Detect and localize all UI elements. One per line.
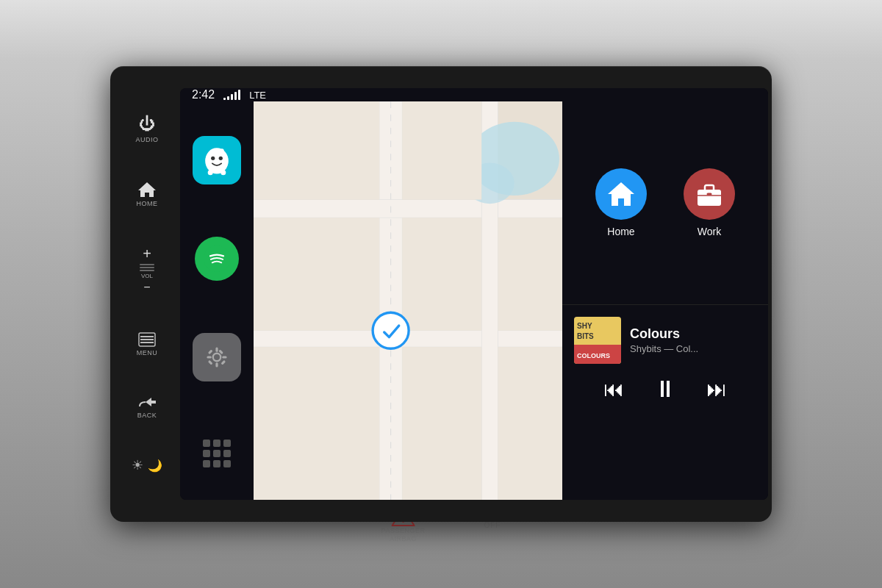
svg-point-11 xyxy=(208,171,213,176)
svg-text:BITS: BITS xyxy=(577,332,594,340)
track-subtitle: Shybits — Col... xyxy=(630,343,756,354)
svg-rect-20 xyxy=(208,350,213,355)
grid-dot xyxy=(223,460,231,467)
grid-dot xyxy=(203,450,210,457)
right-panel: Home xyxy=(562,101,768,500)
clock: 2:42 xyxy=(192,88,215,101)
svg-rect-26 xyxy=(254,200,562,218)
rewind-button[interactable]: ⏮ xyxy=(603,377,624,401)
network-type: LTE xyxy=(249,90,266,101)
svg-text:SHY: SHY xyxy=(577,322,592,330)
home-button[interactable]: HOME xyxy=(137,182,158,207)
svg-point-12 xyxy=(220,171,226,176)
home-destination[interactable]: Home xyxy=(595,168,647,237)
waze-app-icon[interactable] xyxy=(193,136,241,184)
waze-logo xyxy=(201,144,233,176)
svg-rect-18 xyxy=(207,356,211,359)
svg-text:COLOURS: COLOURS xyxy=(577,352,610,359)
album-art: SHY BITS COLOURS xyxy=(574,317,621,364)
svg-rect-42 xyxy=(698,190,721,206)
airbag-label: PASSENGERAIRBAG xyxy=(381,527,426,544)
pause-button[interactable]: ⏸ xyxy=(653,376,677,403)
audio-button[interactable]: ⏻ AUDIO xyxy=(135,115,158,143)
svg-rect-17 xyxy=(215,362,218,367)
svg-rect-33 xyxy=(254,218,379,331)
status-bar: 2:42 LTE xyxy=(180,88,768,101)
album-art-image: SHY BITS COLOURS xyxy=(574,317,621,364)
playback-controls: ⏮ ⏸ ⏭ xyxy=(574,376,756,403)
home-icon xyxy=(137,182,157,198)
work-nav-icon xyxy=(695,179,724,209)
track-title: Colours xyxy=(630,326,756,342)
svg-rect-31 xyxy=(254,101,379,200)
svg-rect-19 xyxy=(222,356,226,359)
grid-dot xyxy=(203,460,210,467)
svg-rect-34 xyxy=(402,218,481,331)
svg-marker-0 xyxy=(138,182,156,197)
fast-forward-button[interactable]: ⏭ xyxy=(706,377,727,401)
menu-icon xyxy=(138,332,156,347)
menu-button[interactable]: MENU xyxy=(137,332,158,356)
now-playing: SHY BITS COLOURS Colours Shybits — Col..… xyxy=(562,305,768,500)
svg-rect-35 xyxy=(254,347,379,500)
volume-down-button[interactable]: − xyxy=(143,281,150,294)
brightness-icon: ☀ xyxy=(132,457,143,473)
track-info: SHY BITS COLOURS Colours Shybits — Col..… xyxy=(574,317,756,364)
svg-marker-41 xyxy=(608,182,634,206)
map-svg xyxy=(254,101,562,500)
spotify-logo xyxy=(204,245,230,272)
volume-up-button[interactable]: + xyxy=(143,245,151,262)
back-button[interactable]: BACK xyxy=(137,395,157,419)
night-mode-icon: 🌙 xyxy=(148,459,162,473)
svg-rect-43 xyxy=(705,185,714,191)
vol-bar-1 xyxy=(140,264,154,265)
back-icon xyxy=(137,395,157,409)
grid-dot xyxy=(213,460,220,467)
vol-bar-3 xyxy=(140,270,154,271)
spotify-app-icon[interactable] xyxy=(195,237,239,281)
svg-point-7 xyxy=(211,157,215,160)
svg-rect-32 xyxy=(402,101,481,200)
vol-bar-2 xyxy=(140,267,154,268)
svg-rect-5 xyxy=(151,401,156,404)
svg-rect-16 xyxy=(215,348,218,352)
map-area[interactable] xyxy=(254,101,562,500)
settings-app-icon[interactable] xyxy=(193,333,241,381)
svg-rect-37 xyxy=(498,218,562,331)
svg-rect-2 xyxy=(140,336,154,337)
left-controls: ⏻ AUDIO HOME + VOL − xyxy=(114,88,180,500)
svg-rect-23 xyxy=(208,360,213,365)
track-details: Colours Shybits — Col... xyxy=(630,326,756,354)
svg-rect-36 xyxy=(402,347,481,500)
off-label: OFF xyxy=(484,521,501,529)
unit-bezel: ⏻ AUDIO HOME + VOL − xyxy=(110,66,772,522)
signal-bar-5 xyxy=(238,90,240,100)
app-grid[interactable] xyxy=(203,440,231,467)
signal-bar-3 xyxy=(231,94,233,100)
svg-rect-4 xyxy=(140,342,154,343)
grid-dot xyxy=(223,450,231,457)
carplay-screen: 2:42 LTE xyxy=(180,88,768,500)
volume-controls: + VOL − xyxy=(140,245,154,294)
settings-logo xyxy=(202,343,232,372)
grid-dot xyxy=(213,450,220,457)
app-column xyxy=(180,101,254,500)
svg-point-8 xyxy=(219,157,223,160)
signal-bar-4 xyxy=(234,92,237,100)
brightness-button[interactable]: ☀ 🌙 xyxy=(132,457,162,473)
svg-point-15 xyxy=(214,354,220,360)
signal-indicator xyxy=(223,90,240,100)
nav-shortcuts: Home xyxy=(562,101,768,305)
signal-bar-2 xyxy=(227,96,229,100)
vol-label: VOL xyxy=(141,273,153,279)
home-destination-icon xyxy=(595,168,647,220)
grid-dot xyxy=(203,440,210,447)
home-destination-label: Home xyxy=(607,226,634,237)
home-nav-icon xyxy=(606,179,636,209)
dashboard: ⏻ AUDIO HOME + VOL − xyxy=(0,0,882,588)
svg-point-40 xyxy=(373,312,409,348)
main-content: Home xyxy=(180,101,768,500)
grid-dot xyxy=(213,440,220,447)
work-destination[interactable]: Work xyxy=(684,168,735,237)
power-icon: ⏻ xyxy=(139,115,155,134)
